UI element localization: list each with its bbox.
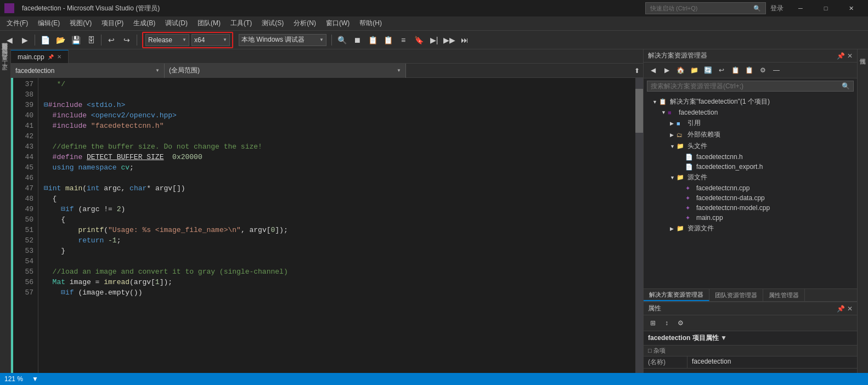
menu-view[interactable]: 视图(V) [65,18,96,29]
tree-facedetectcnn-cpp[interactable]: ✦ facedetectcnn.cpp [644,183,857,193]
step-btn[interactable]: ▶| [427,33,441,47]
code-body[interactable]: */ ⊟#include <stdio.h> #include <opencv2… [38,78,635,373]
tree-facedetectcnn-h[interactable]: 📄 facedetectcnn.h [644,152,857,162]
search-btn[interactable]: 🔍 [335,33,349,47]
menu-help[interactable]: 帮助(H) [355,18,386,29]
left-tab-server-explorer[interactable]: 服务器资源管理器 [0,52,11,56]
tree-external-deps[interactable]: ▶ 🗂 外部依赖项 [644,129,857,140]
status-left: 121 % ▼ [4,375,38,383]
se-filter-btn[interactable]: 📋 [743,64,755,76]
paste-btn[interactable]: 📋 [381,33,395,47]
se-folder-btn[interactable]: 📁 [688,64,700,76]
se-search-input[interactable] [651,82,842,90]
tree-project[interactable]: ▼ ■ facedetection [644,107,857,117]
prop-grid-btn[interactable]: ⊞ [647,317,659,329]
header-folder-icon: 📁 [677,143,685,150]
menu-build[interactable]: 生成(B) [129,18,160,29]
platform-dropdown[interactable]: x64 ▼ [191,34,230,46]
se-back-btn[interactable]: ◀ [647,64,659,76]
format-btn[interactable]: ≡ [396,33,410,47]
tree-main-cpp[interactable]: ✦ main.cpp [644,213,857,223]
tree-header-folder[interactable]: ▼ 📁 头文件 [644,140,857,152]
se-minus-btn[interactable]: — [770,64,782,76]
h-file-icon: 📄 [685,154,694,161]
zoom-level[interactable]: 121 % [4,375,23,383]
tree-references[interactable]: ▶ ■ 引用 [644,117,857,129]
se-pin-btn[interactable]: 📌 [837,52,845,60]
prop-pin-btn[interactable]: 📌 [837,305,845,313]
quick-launch-input[interactable] [650,5,753,12]
project-icon: ■ [668,109,677,116]
menu-test[interactable]: 测试(S) [257,18,288,29]
menu-file[interactable]: 文件(F) [2,18,32,29]
search-icon: 🔍 [753,5,761,12]
scroll-bar[interactable] [635,78,643,373]
tab-property-manager[interactable]: 属性管理器 [763,289,805,301]
tree-source-folder[interactable]: ▼ 📁 源文件 [644,172,857,183]
maximize-button[interactable]: □ [813,0,838,16]
tree-solution[interactable]: ▼ 📋 解决方案"facedetection"(1 个项目) [644,96,857,107]
login-button[interactable]: 登录 [770,4,784,13]
se-copy-btn[interactable]: 📋 [729,64,741,76]
right-tab-properties[interactable]: 属性 [858,52,868,56]
undo-button[interactable]: ↩ [104,33,119,47]
menu-team[interactable]: 团队(M) [193,18,225,29]
tab-team-explorer[interactable]: 团队资源管理器 [709,289,763,301]
se-home-btn[interactable]: 🏠 [674,64,686,76]
minimize-button[interactable]: ─ [788,0,813,16]
tab-solution-explorer[interactable]: 解决方案资源管理器 [644,289,709,301]
debug-target-dropdown[interactable]: 本地 Windows 调试器 ▼ [239,34,326,46]
configuration-dropdown[interactable]: Release ▼ [145,34,189,46]
left-tab-tools[interactable]: 工 [0,68,11,72]
close-button[interactable]: ✕ [838,0,864,16]
se-forward-btn[interactable]: ▶ [661,64,673,76]
stop-btn[interactable]: ⏭ [458,33,472,47]
left-tab-extra[interactable]: 逻 [0,73,11,78]
bookmark-btn[interactable]: 🔖 [412,33,426,47]
expand-editor-btn[interactable]: ⬆ [631,65,643,77]
copy-btn[interactable]: 📋 [365,33,380,47]
prop-sort-btn[interactable]: ↕ [661,317,673,329]
tree-facedetectcnn-data-cpp[interactable]: ✦ facedetectcnn-data.cpp [644,193,857,203]
prop-title: 属性 [648,304,661,313]
tree-resource-folder[interactable]: ▶ 📁 资源文件 [644,223,857,234]
save-button[interactable]: 💾 [69,33,83,47]
tree-facedetection-export-h[interactable]: 📄 facedetection_export.h [644,162,857,172]
file-tab-pin[interactable]: 📌 [48,54,54,60]
prop-settings-btn[interactable]: ⚙ [674,317,686,329]
open-button[interactable]: 📂 [53,33,67,47]
menu-edit[interactable]: 编辑(E) [33,18,64,29]
left-tab-datasources[interactable]: 数据源 [0,57,11,61]
editor-area: main.cpp 📌 ✕ facedetection ▼ (全局范围) ▼ ⬆ … [11,49,643,373]
file-tab-close[interactable]: ✕ [57,54,61,60]
scope-location-dropdown[interactable]: (全局范围) ▼ [165,64,406,78]
scroll-thumb[interactable] [635,89,643,133]
redo-button[interactable]: ↪ [120,33,134,47]
tree-facedetectcnn-model-cpp[interactable]: ✦ facedetectcnn-model.cpp [644,203,857,213]
resource-folder-icon: 📁 [677,225,685,232]
menu-analyze[interactable]: 分析(N) [289,18,320,29]
save-all-button[interactable]: 🗄 [84,33,98,47]
se-refresh-btn[interactable]: 🔄 [702,64,714,76]
prop-val-name: facedetection [687,356,857,368]
menu-tools[interactable]: 工具(T) [226,18,256,29]
menu-window[interactable]: 窗口(W) [322,18,354,29]
breakpoint-btn[interactable]: ⏹ [350,33,364,47]
change-indicator [11,78,13,373]
scope-selector-dropdown[interactable]: facedetection ▼ [11,64,165,78]
file-tab-main-cpp[interactable]: main.cpp 📌 ✕ [11,50,69,63]
se-close-btn[interactable]: ✕ [847,52,853,60]
new-project-button[interactable]: 📄 [38,33,52,47]
step2-btn[interactable]: ▶▶ [442,33,456,47]
menu-debug[interactable]: 调试(D) [161,18,192,29]
prop-close-btn[interactable]: ✕ [847,305,853,313]
se-search-icon[interactable]: 🔍 [842,82,850,90]
status-zoom-down[interactable]: ▼ [32,375,38,383]
se-undo-btn[interactable]: ↩ [715,64,728,76]
editor-content[interactable]: 37 38 39 40 41 42 43 44 45 46 47 48 49 5… [11,78,643,373]
menu-project[interactable]: 项目(P) [97,18,128,29]
se-settings-btn[interactable]: ⚙ [757,64,769,76]
left-tab-toolbox[interactable]: 工具箱 [0,63,11,67]
back-button[interactable]: ◀ [2,33,16,47]
forward-button[interactable]: ▶ [18,33,32,47]
